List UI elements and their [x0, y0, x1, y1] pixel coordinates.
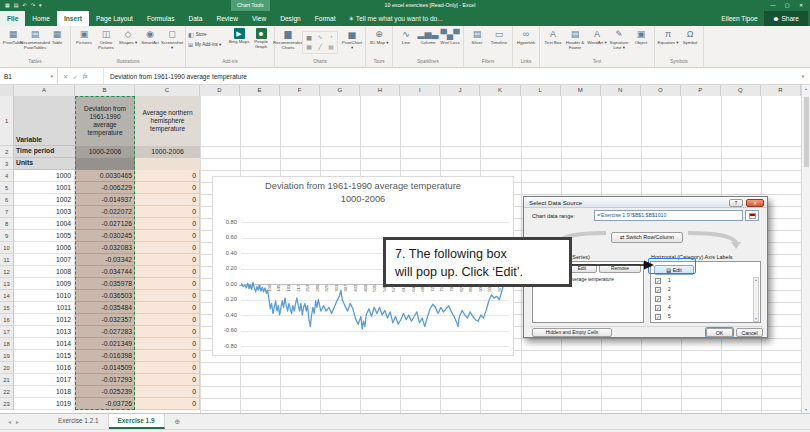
column-header-i[interactable]: I [400, 85, 440, 96]
line-button[interactable]: ∿Line [395, 28, 417, 45]
cell-b5[interactable]: -0.006229 [75, 182, 135, 194]
cell-a17[interactable]: 1013 [14, 326, 75, 338]
row-header-4[interactable]: 4 [0, 170, 14, 182]
cell-a13[interactable]: 1009 [14, 278, 75, 290]
pictures-button[interactable]: ▣Pictures [73, 28, 95, 45]
column-header-j[interactable]: J [440, 85, 480, 96]
cell-c4[interactable]: 0 [135, 170, 200, 182]
formula-input[interactable]: Deviation from 1961-1990 average tempera… [104, 68, 796, 84]
cell-a11[interactable]: 1007 [14, 254, 75, 266]
row-header-13[interactable]: 13 [0, 278, 14, 290]
cell-c8[interactable]: 0 [135, 218, 200, 230]
cell-b15[interactable]: -0.035484 [75, 302, 135, 314]
restore-icon[interactable]: ▢ [780, 0, 794, 11]
row-header-17[interactable]: 17 [0, 326, 14, 338]
cell-c7[interactable]: 0 [135, 206, 200, 218]
vertical-scrollbar-thumb[interactable] [804, 97, 809, 167]
chart-type-icon[interactable]: ╱ [315, 43, 325, 52]
column-header-q[interactable]: Q [721, 85, 761, 96]
row-header-10[interactable]: 10 [0, 242, 14, 254]
name-box[interactable]: B1 ▾ [0, 68, 58, 84]
chart-type-gallery[interactable]: ▅∿◔▦╱▤ [302, 31, 338, 54]
enter-entry-icon[interactable]: ✓ [73, 73, 78, 80]
smartart-button[interactable]: ◉SmartArt [139, 28, 161, 45]
row-header-8[interactable]: 8 [0, 218, 14, 230]
row-header-6[interactable]: 6 [0, 194, 14, 206]
dialog-close-icon[interactable]: ✕ [746, 199, 764, 207]
close-icon[interactable]: ✕ [794, 0, 808, 11]
cell-b6[interactable]: -0.014937 [75, 194, 135, 206]
expand-formula-bar-icon[interactable]: ▾ [796, 68, 810, 84]
cell-c3[interactable] [135, 158, 200, 170]
cell-c20[interactable]: 0 [135, 362, 200, 374]
chart-type-icon[interactable]: ▤ [326, 43, 336, 52]
cell-c13[interactable]: 0 [135, 278, 200, 290]
row-header-9[interactable]: 9 [0, 230, 14, 242]
row-header-5[interactable]: 5 [0, 182, 14, 194]
cell-a4[interactable]: 1000 [14, 170, 75, 182]
cell-b16[interactable]: -0.032357 [75, 314, 135, 326]
my-add-ins-button[interactable]: ⊞My Add-ins ▾ [188, 40, 228, 49]
store-button[interactable]: ◧Store [188, 30, 228, 39]
cell-c12[interactable]: 0 [135, 266, 200, 278]
column-header-g[interactable]: G [320, 85, 360, 96]
cell-c6[interactable]: 0 [135, 194, 200, 206]
column-header-n[interactable]: N [601, 85, 641, 96]
cell-a6[interactable]: 1002 [14, 194, 75, 206]
cell-c19[interactable]: 0 [135, 350, 200, 362]
dialog-help-icon[interactable]: ? [729, 199, 743, 207]
chart-type-icon[interactable]: ▅ [304, 33, 314, 42]
axis-scroll-up-icon[interactable]: ▴ [754, 278, 758, 282]
win-loss-button[interactable]: ▀▄▀Win/ Loss [439, 28, 461, 45]
sheet-nav-prev-icon[interactable]: ◂ [8, 418, 11, 425]
row-header-20[interactable]: 20 [0, 362, 14, 374]
row-header-16[interactable]: 16 [0, 314, 14, 326]
tab-insert[interactable]: Insert [57, 11, 89, 26]
online-pictures-button[interactable]: ◫Online Pictures [95, 28, 117, 50]
cell-c9[interactable]: 0 [135, 230, 200, 242]
chart-type-icon[interactable]: ◔ [326, 33, 336, 42]
cell-a7[interactable]: 1003 [14, 206, 75, 218]
cell-b23[interactable]: -0.03726 [75, 398, 135, 410]
axis-item-checkbox[interactable]: ✓ [655, 287, 661, 293]
excel-logo-icon[interactable]: ▦ [5, 0, 10, 11]
cell-b11[interactable]: -0.03342 [75, 254, 135, 266]
row-header-2[interactable]: 2 [0, 146, 14, 158]
select-all-corner[interactable] [0, 85, 14, 96]
row-header-3[interactable]: 3 [0, 158, 14, 170]
redo-icon[interactable]: ↷ [31, 0, 35, 11]
insert-function-icon[interactable]: fx [83, 73, 87, 79]
cell-b4[interactable]: 0.0030465 [75, 170, 135, 182]
cell-c18[interactable]: 0 [135, 338, 200, 350]
tell-me-box[interactable]: ✶ Tell me what you want to do... [349, 11, 443, 26]
tab-home[interactable]: Home [25, 11, 57, 26]
cancel-entry-icon[interactable]: ✕ [63, 73, 68, 80]
cell-b8[interactable]: -0.027126 [75, 218, 135, 230]
axis-item-checkbox[interactable]: ✓ [655, 305, 661, 311]
column-header-h[interactable]: H [360, 85, 400, 96]
wordart-button[interactable]: AWordArt ▾ [586, 28, 608, 45]
column-header-b[interactable]: B [75, 85, 135, 96]
tab-view[interactable]: View [245, 11, 273, 26]
row-header-7[interactable]: 7 [0, 206, 14, 218]
axis-item-checkbox[interactable]: ✓ [655, 296, 661, 302]
chart-data-range-input[interactable]: ='Exercise 1.9'!$B$1:$B$1010 [594, 210, 743, 221]
cell-c16[interactable]: 0 [135, 314, 200, 326]
cell-a22[interactable]: 1018 [14, 386, 75, 398]
switch-row-column-button[interactable]: ⇄ Switch Row/Column [611, 232, 683, 243]
cell-a2[interactable]: Time period [14, 146, 75, 158]
axis-item-checkbox[interactable]: ✓ [655, 314, 661, 320]
row-header-22[interactable]: 22 [0, 386, 14, 398]
cell-a19[interactable]: 1015 [14, 350, 75, 362]
signature-line-button[interactable]: ✎Signature Line ▾ [608, 28, 630, 50]
bing-maps-button[interactable]: ▶Bing Maps [228, 28, 250, 44]
3d-map-button[interactable]: ⊕3D Map ▾ [368, 28, 390, 45]
equation-button[interactable]: πEquation ▾ [657, 28, 679, 45]
tab-format[interactable]: Format [308, 11, 343, 26]
chart-type-icon[interactable]: ▦ [304, 43, 314, 52]
shapes-button[interactable]: ◇Shapes ▾ [117, 28, 139, 45]
screenshot-button[interactable]: ◻Screenshot ▾ [161, 28, 183, 50]
cell-a20[interactable]: 1016 [14, 362, 75, 374]
row-header-19[interactable]: 19 [0, 350, 14, 362]
axis-list-scrollbar[interactable]: ▴▾ [753, 277, 759, 322]
